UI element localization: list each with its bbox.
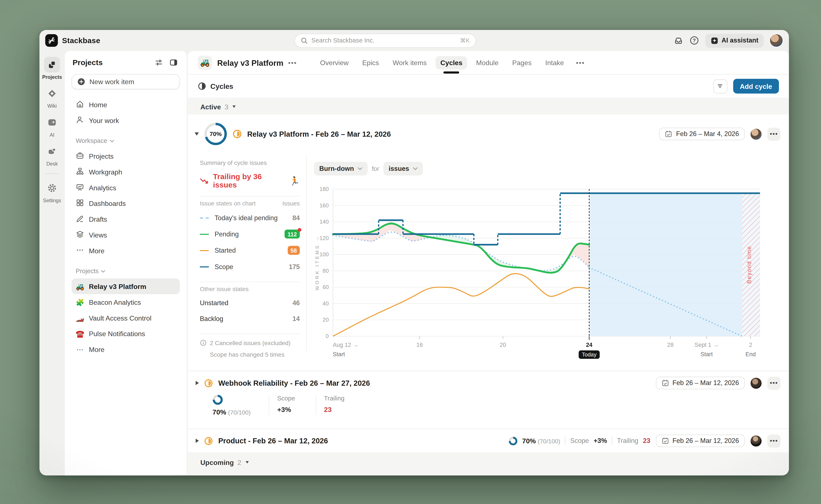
legend-row-pending[interactable]: Pending112 xyxy=(200,226,300,242)
cycles-toolbar: Cycles Add cycle xyxy=(188,75,789,98)
tabs-overflow-icon[interactable]: ••• xyxy=(576,59,585,66)
svg-text:?: ? xyxy=(693,38,696,43)
other-states-header: Other issue states xyxy=(200,286,300,292)
rail-item-wiki[interactable]: Wiki xyxy=(44,86,60,109)
sidebar-item-vault-access-control[interactable]: 🏎️Vault Access Control xyxy=(72,310,180,326)
sidebar: Projects New work item HomeYour work Wor… xyxy=(65,51,187,476)
sidebar-item-more[interactable]: More xyxy=(72,243,180,259)
cycle-title[interactable]: Relay v3 Platform - Feb 26 – Mar 12, 202… xyxy=(247,130,391,138)
filter-icon[interactable] xyxy=(713,79,727,93)
assignee-avatar[interactable] xyxy=(750,377,762,389)
summary-title: Summary of cycle issues xyxy=(200,160,300,166)
sidebar-item-views[interactable]: Views xyxy=(72,227,180,243)
workgraph-icon xyxy=(76,167,84,177)
rail-item-settings[interactable]: Settings xyxy=(43,180,61,203)
expand-caret-icon[interactable] xyxy=(195,439,199,443)
app-window: Stackbase Search Stackbase Inc. ⌘K ? AI … xyxy=(40,30,789,475)
sidebar-item-pulse-notifications[interactable]: ☎️Pulse Notifications xyxy=(72,326,180,341)
workspace-section-header[interactable]: Workspace xyxy=(72,133,180,148)
cycle-row[interactable]: Webhook Reliability - Feb 26 – Mar 27, 2… xyxy=(188,371,789,394)
rail-item-desk[interactable]: Desk xyxy=(44,144,60,167)
new-work-item-button[interactable]: New work item xyxy=(72,74,180,89)
chart-entity-dropdown[interactable]: issues xyxy=(383,162,423,176)
ai-assistant-button[interactable]: AI assistant xyxy=(705,33,764,47)
cycle-summary: Summary of cycle issues Trailing by 36 i… xyxy=(198,153,306,361)
expand-caret-icon[interactable] xyxy=(195,381,199,385)
rail-item-projects[interactable]: Projects xyxy=(42,57,62,80)
sidebar-item-home[interactable]: Home xyxy=(72,97,180,113)
legend-row-today-s-ideal-pending[interactable]: Today's ideal pending84 xyxy=(200,210,300,226)
tab-intake[interactable]: Intake xyxy=(540,56,568,69)
project-menu-icon[interactable]: ••• xyxy=(288,59,297,66)
cycle-row[interactable]: 70% Relay v3 Platform - Feb 26 – Mar 12,… xyxy=(188,114,789,153)
svg-text:WORK ITEMS →: WORK ITEMS → xyxy=(315,235,320,290)
sidebar-item-analytics[interactable]: Analytics xyxy=(72,180,180,195)
upcoming-section-header[interactable]: Upcoming 2 xyxy=(188,453,789,471)
tab-work-items[interactable]: Work items xyxy=(388,56,431,69)
sidebar-item-more[interactable]: ⋯More xyxy=(72,341,180,357)
progress-detail: (70/100) xyxy=(228,409,251,416)
main-panel: 🚜 Relay v3 Platform ••• OverviewEpicsWor… xyxy=(188,51,789,476)
assignee-avatar[interactable] xyxy=(750,435,762,447)
sliders-icon[interactable] xyxy=(153,57,164,68)
tab-overview[interactable]: Overview xyxy=(315,56,353,69)
legend-row-started[interactable]: Started58 xyxy=(200,242,300,258)
sidebar-item-your-work[interactable]: Your work xyxy=(72,112,180,128)
svg-text:2: 2 xyxy=(749,342,752,348)
cycle-row[interactable]: Product - Feb 26 – Mar 12, 2026 70% (70/… xyxy=(188,429,789,452)
settings-gear-icon xyxy=(44,180,60,196)
cycle-card-product: Product - Feb 26 – Mar 12, 2026 70% (70/… xyxy=(188,429,789,452)
sidebar-item-relay-v3-platform[interactable]: 🚜Relay v3 Platform xyxy=(72,278,180,294)
assignee-avatar[interactable] xyxy=(750,128,762,140)
date-range-badge[interactable]: Feb 26 – Mar 4, 2026 xyxy=(659,128,745,140)
panel-toggle-icon[interactable] xyxy=(168,57,179,68)
date-range-badge[interactable]: Feb 26 – Mar 12, 2026 xyxy=(656,434,745,447)
cycle-title[interactable]: Webhook Reliability - Feb 26 – Mar 27, 2… xyxy=(218,379,370,387)
more-menu-icon[interactable]: ••• xyxy=(767,377,781,390)
svg-text:Start: Start xyxy=(333,351,345,357)
sidebar-item-drafts[interactable]: Drafts xyxy=(72,211,180,227)
chart-for-label: for xyxy=(372,165,379,172)
trending-down-icon xyxy=(200,177,209,185)
collapse-caret-icon[interactable] xyxy=(194,132,199,136)
trailing-status: Trailing by 36 issues 🏃 xyxy=(200,172,300,189)
add-cycle-button[interactable]: Add cycle xyxy=(733,79,779,94)
cycle-title[interactable]: Product - Feb 26 – Mar 12, 2026 xyxy=(218,437,328,445)
scope-value: +3% xyxy=(594,437,607,444)
progress-percent: 70% xyxy=(213,408,226,416)
rail-item-ai[interactable]: AI xyxy=(44,114,60,138)
sidebar-item-projects[interactable]: Projects xyxy=(72,148,180,164)
svg-text:20: 20 xyxy=(323,317,329,323)
sidebar-item-workgraph[interactable]: Workgraph xyxy=(72,164,180,180)
legend-row-scope[interactable]: Scope175 xyxy=(200,258,300,275)
search-input[interactable]: Search Stackbase Inc. ⌘K xyxy=(295,33,476,47)
tab-pages[interactable]: Pages xyxy=(507,56,536,69)
more-menu-icon[interactable]: ••• xyxy=(767,434,781,447)
projects-section-header[interactable]: Projects xyxy=(72,264,180,278)
chart-type-dropdown[interactable]: Burn-down xyxy=(314,162,368,176)
chart-type-label: Burn-down xyxy=(319,165,354,172)
trailing-value: 23 xyxy=(324,406,361,413)
help-icon[interactable]: ? xyxy=(690,35,700,45)
legend-issues-label: Issues xyxy=(282,200,300,207)
cycles-title-label: Cycles xyxy=(211,82,233,90)
workspace-section-label: Workspace xyxy=(76,137,107,144)
active-section-header[interactable]: Active 3 xyxy=(188,99,789,114)
runner-emoji: 🏃 xyxy=(289,176,300,186)
other-state-row-backlog[interactable]: Backlog14 xyxy=(200,311,300,327)
trailing-label: Trailing xyxy=(617,437,639,444)
user-avatar[interactable] xyxy=(770,34,783,47)
sidebar-item-beacon-analytics[interactable]: 🧩Beacon Analytics xyxy=(72,294,180,310)
workspace-switcher[interactable]: Stackbase xyxy=(45,34,109,47)
sidebar-item-dashboards[interactable]: Dashboards xyxy=(72,195,180,211)
upcoming-count: 2 xyxy=(238,458,242,466)
tab-cycles[interactable]: Cycles xyxy=(436,56,467,69)
date-range-badge[interactable]: Feb 26 – Mar 12, 2026 xyxy=(656,377,745,389)
inbox-icon[interactable] xyxy=(674,35,684,45)
tab-module[interactable]: Module xyxy=(471,56,503,69)
more-menu-icon[interactable]: ••• xyxy=(767,127,781,141)
calendar-icon xyxy=(661,379,669,387)
tab-epics[interactable]: Epics xyxy=(358,56,384,69)
project-emoji: ⋯ xyxy=(76,345,84,353)
other-state-row-unstarted[interactable]: Unstarted46 xyxy=(200,295,300,311)
